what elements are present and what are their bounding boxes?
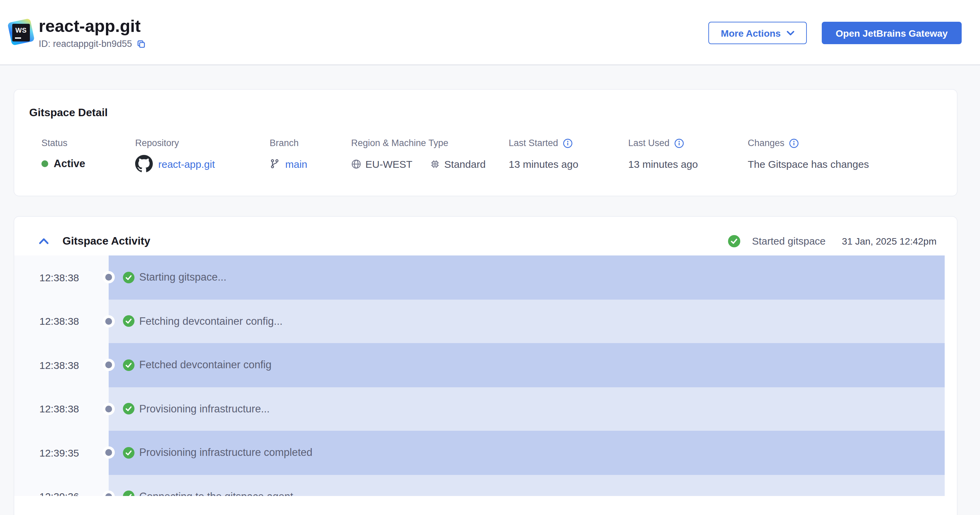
log-row[interactable]: 12:38:38 Provisioning infrastructure... — [14, 387, 945, 431]
more-actions-button[interactable]: More Actions — [708, 22, 807, 44]
open-gateway-label: Open JetBrains Gateway — [836, 27, 948, 38]
repository-label: Repository — [135, 138, 215, 148]
field-repository: Repository react-app.git — [135, 138, 215, 172]
log-time: 12:38:38 — [40, 316, 79, 327]
webstorm-icon: WS — [9, 20, 34, 45]
log-row-body: Fetching devcontainer config... — [109, 299, 945, 343]
last-used-label: Last Used — [628, 138, 670, 148]
repository-link[interactable]: react-app.git — [158, 158, 215, 169]
timeline-dot-icon — [105, 362, 112, 368]
log-row-body: Fetched devcontainer config — [109, 343, 945, 387]
log-row-body: Connecting to the gitspace agent — [109, 475, 945, 496]
status-dot-icon — [41, 160, 48, 167]
info-icon[interactable] — [675, 138, 684, 148]
cpu-icon — [430, 159, 440, 169]
info-icon[interactable] — [563, 138, 573, 148]
log-message: Fetched devcontainer config — [139, 359, 271, 371]
check-circle-icon — [729, 235, 741, 247]
log-row-body: Provisioning infrastructure completed — [109, 431, 945, 475]
check-circle-icon — [123, 447, 134, 459]
log-row[interactable]: 12:38:38 Starting gitspace... — [14, 255, 945, 299]
log-message: Connecting to the gitspace agent — [139, 491, 293, 496]
log-row-body: Starting gitspace... — [109, 255, 945, 299]
activity-log-list: 12:38:38 Starting gitspace... 12:38:38 F… — [14, 255, 945, 496]
activity-status-text: Started gitspace — [752, 235, 826, 247]
more-actions-label: More Actions — [721, 27, 781, 38]
activity-header: Gitspace Activity Started gitspace 31 Ja… — [14, 217, 957, 255]
copy-icon[interactable] — [137, 39, 146, 49]
changes-label: Changes — [748, 138, 784, 148]
machine-type-value: Standard — [444, 158, 485, 169]
log-row[interactable]: 12:38:38 Fetching devcontainer config... — [14, 299, 945, 343]
log-time: 12:39:35 — [40, 447, 79, 459]
check-circle-icon — [123, 491, 134, 496]
field-last-used: Last Used 13 minutes ago — [628, 138, 698, 172]
activity-title: Gitspace Activity — [62, 235, 150, 247]
timeline-dot-icon — [105, 274, 112, 281]
detail-card-title: Gitspace Detail — [29, 107, 108, 119]
activity-timestamp: 31 Jan, 2025 12:42pm — [842, 235, 937, 246]
log-row[interactable]: 12:38:38 Fetched devcontainer config — [14, 343, 945, 387]
last-started-value: 13 minutes ago — [509, 158, 578, 169]
log-time: 12:38:38 — [40, 359, 79, 371]
chevron-up-icon — [39, 238, 49, 244]
log-time: 12:38:38 — [40, 403, 79, 415]
log-time-column: 12:38:38 — [14, 299, 109, 343]
log-row-body: Provisioning infrastructure... — [109, 387, 945, 431]
globe-icon — [351, 159, 361, 169]
github-icon — [135, 155, 153, 172]
region-machine-label: Region & Machine Type — [351, 138, 485, 148]
info-icon[interactable] — [789, 138, 799, 148]
gitspace-activity-card: Gitspace Activity Started gitspace 31 Ja… — [14, 216, 958, 515]
log-time-column: 12:38:38 — [14, 255, 109, 299]
log-time-column: 12:38:38 — [14, 343, 109, 387]
collapse-activity-button[interactable] — [39, 238, 49, 244]
changes-value: The Gitspace has changes — [748, 158, 869, 169]
log-message: Starting gitspace... — [139, 271, 226, 284]
log-time-column: 12:39:36 — [14, 475, 109, 496]
check-circle-icon — [123, 359, 134, 371]
check-circle-icon — [123, 316, 134, 327]
chevron-down-icon — [786, 30, 794, 36]
timeline-dot-icon — [105, 450, 112, 456]
title-block: react-app.git ID: reactappgit-bn9d55 — [39, 16, 146, 49]
status-label: Status — [41, 138, 85, 148]
top-header: WS react-app.git ID: reactappgit-bn9d55 … — [0, 0, 980, 65]
check-circle-icon — [123, 403, 134, 415]
open-jetbrains-gateway-button[interactable]: Open JetBrains Gateway — [822, 22, 962, 44]
log-time-column: 12:39:35 — [14, 431, 109, 475]
header-actions: More Actions Open JetBrains Gateway — [708, 22, 962, 44]
git-branch-icon — [270, 158, 280, 169]
check-circle-icon — [123, 272, 134, 283]
log-row[interactable]: 12:39:35 Provisioning infrastructure com… — [14, 431, 945, 475]
field-last-started: Last Started 13 minutes ago — [509, 138, 578, 172]
page: WS react-app.git ID: reactappgit-bn9d55 … — [0, 0, 980, 515]
log-message: Provisioning infrastructure completed — [139, 447, 312, 459]
field-region-machine: Region & Machine Type EU-WEST Standard — [351, 138, 485, 172]
gitspace-detail-card: Gitspace Detail Status Active Repository… — [14, 89, 958, 196]
log-time-column: 12:38:38 — [14, 387, 109, 431]
timeline-dot-icon — [105, 406, 112, 412]
page-title: react-app.git — [39, 16, 146, 35]
status-value: Active — [54, 158, 85, 170]
last-used-value: 13 minutes ago — [628, 158, 698, 169]
field-branch: Branch main — [270, 138, 307, 172]
timeline-dot-icon — [105, 318, 112, 325]
field-status: Status Active — [41, 138, 85, 172]
region-value: EU-WEST — [365, 158, 412, 169]
last-started-label: Last Started — [509, 138, 558, 148]
log-message: Fetching devcontainer config... — [139, 315, 283, 327]
log-message: Provisioning infrastructure... — [139, 403, 270, 415]
branch-label: Branch — [270, 138, 307, 148]
branch-link[interactable]: main — [285, 158, 307, 169]
gitspace-id: ID: reactappgit-bn9d55 — [39, 39, 132, 49]
field-changes: Changes The Gitspace has changes — [748, 138, 869, 172]
log-time: 12:39:36 — [40, 491, 79, 496]
log-time: 12:38:38 — [40, 272, 79, 283]
log-row[interactable]: 12:39:36 Connecting to the gitspace agen… — [14, 475, 945, 496]
